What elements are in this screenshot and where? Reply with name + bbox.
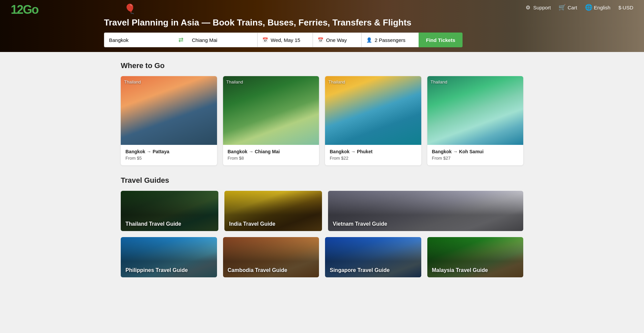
guide-card-india[interactable]: India Travel Guide	[224, 191, 322, 231]
passengers-selector[interactable]: 2 Passengers	[362, 33, 419, 47]
destination-card-kohsamui[interactable]: Thailand Bangkok → Koh Samui From $27	[427, 76, 524, 165]
price-chiangmai: From $8	[228, 156, 315, 161]
destination-bg-phuket	[325, 76, 421, 145]
destination-card-phuket[interactable]: Thailand Bangkok → Phuket From $22	[325, 76, 421, 165]
price-pattaya: From $5	[125, 156, 212, 161]
country-badge-kohsamui: Thailand	[431, 79, 447, 85]
guides-top-row: Thailand Travel Guide India Travel Guide…	[121, 191, 523, 231]
guide-title-thailand: Thailand Travel Guide	[125, 221, 181, 227]
guide-title-india: India Travel Guide	[229, 221, 275, 227]
country-badge-phuket: Thailand	[328, 79, 345, 85]
destination-info-kohsamui: Bangkok → Koh Samui From $27	[427, 145, 524, 165]
calendar-icon	[262, 37, 268, 43]
search-to-input[interactable]	[187, 33, 258, 47]
route-phuket: Bangkok → Phuket	[330, 149, 417, 154]
guide-card-philippines[interactable]: Philippines Travel Guide	[121, 237, 217, 277]
hero-section: Support Cart English $·USD 12Go 🎈 Travel…	[0, 0, 644, 52]
destination-image-chiangmai: Thailand	[223, 76, 319, 145]
support-icon	[525, 4, 531, 11]
destination-bg-pattaya	[121, 76, 217, 145]
find-tickets-button[interactable]: Find Tickets	[419, 33, 463, 47]
language-nav-item[interactable]: English	[585, 4, 610, 11]
destination-info-phuket: Bangkok → Phuket From $22	[325, 145, 421, 165]
cart-icon	[559, 4, 566, 11]
destination-image-pattaya: Thailand	[121, 76, 217, 145]
cart-label: Cart	[568, 5, 577, 10]
globe-icon	[585, 4, 592, 11]
price-phuket: From $22	[330, 156, 417, 161]
price-kohsamui: From $27	[432, 156, 519, 161]
search-from-input[interactable]	[104, 33, 174, 47]
destination-image-phuket: Thailand	[325, 76, 421, 145]
currency-label: $·USD	[619, 5, 633, 10]
site-logo[interactable]: 12Go	[11, 3, 38, 17]
destination-image-kohsamui: Thailand	[427, 76, 524, 145]
guide-card-vietnam[interactable]: Vietnam Travel Guide	[328, 191, 523, 231]
guide-card-cambodia[interactable]: Cambodia Travel Guide	[223, 237, 319, 277]
route-chiangmai: Bangkok → Chiang Mai	[228, 149, 315, 154]
destinations-grid: Thailand Bangkok → Pattaya From $5 Thail…	[121, 76, 523, 165]
guide-title-singapore: Singapore Travel Guide	[330, 267, 390, 273]
way-calendar-icon	[318, 37, 323, 43]
guide-title-malaysia: Malaysia Travel Guide	[432, 267, 488, 273]
travel-guides-title: Travel Guides	[121, 176, 523, 185]
search-bar: ⇄ Wed, May 15 One Way 2 Passengers Find …	[104, 33, 463, 47]
top-nav: Support Cart English $·USD	[514, 0, 644, 15]
guide-title-vietnam: Vietnam Travel Guide	[333, 221, 387, 227]
guide-card-malaysia[interactable]: Malaysia Travel Guide	[427, 237, 524, 277]
person-icon	[366, 37, 372, 43]
destination-bg-chiangmai	[223, 76, 319, 145]
way-label: One Way	[326, 37, 347, 43]
currency-nav-item[interactable]: $·USD	[619, 5, 633, 10]
guide-title-cambodia: Cambodia Travel Guide	[228, 267, 287, 273]
support-nav-item[interactable]: Support	[525, 4, 551, 11]
swap-button[interactable]: ⇄	[174, 33, 187, 47]
where-to-go-title: Where to Go	[121, 61, 523, 70]
date-label: Wed, May 15	[271, 37, 300, 43]
destination-info-pattaya: Bangkok → Pattaya From $5	[121, 145, 217, 165]
guide-title-philippines: Philippines Travel Guide	[125, 267, 188, 273]
swap-icon: ⇄	[178, 36, 183, 44]
country-badge-pattaya: Thailand	[124, 79, 141, 85]
main-content: Where to Go Thailand Bangkok → Pattaya F…	[121, 52, 523, 291]
hero-title: Travel Planning in Asia — Book Trains, B…	[104, 17, 412, 28]
date-picker[interactable]: Wed, May 15	[258, 33, 313, 47]
destination-card-chiangmai[interactable]: Thailand Bangkok → Chiang Mai From $8	[223, 76, 319, 165]
route-pattaya: Bangkok → Pattaya	[125, 149, 212, 154]
route-kohsamui: Bangkok → Koh Samui	[432, 149, 519, 154]
passengers-label: 2 Passengers	[375, 37, 406, 43]
guide-card-thailand[interactable]: Thailand Travel Guide	[121, 191, 218, 231]
language-label: English	[594, 5, 610, 10]
destination-bg-kohsamui	[427, 76, 524, 145]
destination-info-chiangmai: Bangkok → Chiang Mai From $8	[223, 145, 319, 165]
way-selector[interactable]: One Way	[313, 33, 362, 47]
balloon-icon: 🎈	[124, 3, 136, 14]
guides-bottom-row: Philippines Travel Guide Cambodia Travel…	[121, 237, 523, 277]
destination-card-pattaya[interactable]: Thailand Bangkok → Pattaya From $5	[121, 76, 217, 165]
cart-nav-item[interactable]: Cart	[559, 4, 577, 11]
guide-card-singapore[interactable]: Singapore Travel Guide	[325, 237, 421, 277]
support-label: Support	[533, 5, 551, 10]
country-badge-chiangmai: Thailand	[226, 79, 243, 85]
